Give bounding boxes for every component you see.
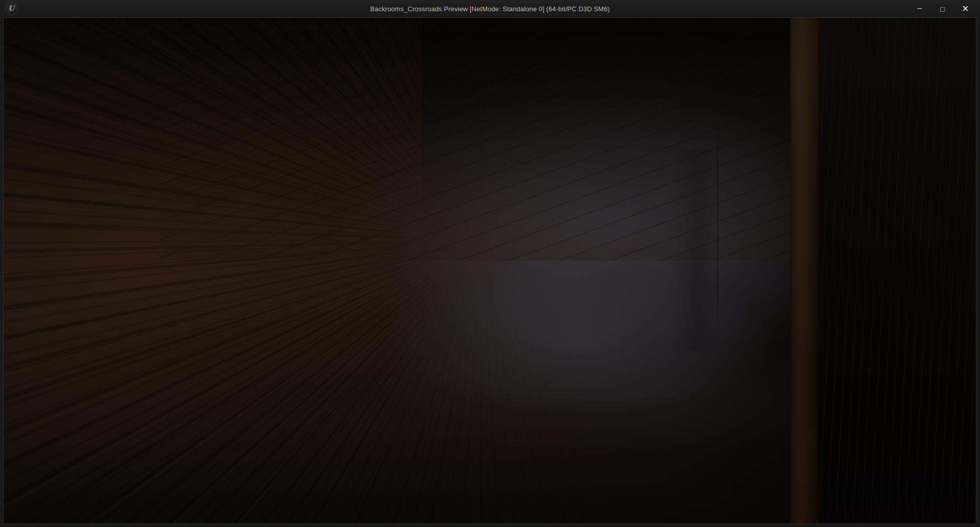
window-controls: – □ ×	[908, 0, 977, 18]
minimize-button[interactable]: –	[908, 0, 931, 18]
maximize-icon: □	[940, 5, 944, 13]
scene-vignette	[4, 18, 976, 523]
game-preview-window: U Backrooms_Crossroads Preview [NetMode:…	[0, 0, 980, 527]
close-icon: ×	[962, 2, 969, 15]
unreal-engine-logo-icon: U	[5, 2, 18, 15]
maximize-button[interactable]: □	[931, 0, 954, 18]
window-title: Backrooms_Crossroads Preview [NetMode: S…	[0, 5, 980, 13]
titlebar[interactable]: U Backrooms_Crossroads Preview [NetMode:…	[0, 0, 980, 18]
unreal-logo-glyph: U	[8, 5, 14, 12]
game-viewport[interactable]	[4, 18, 976, 523]
minimize-icon: –	[917, 4, 922, 13]
close-button[interactable]: ×	[954, 0, 977, 18]
